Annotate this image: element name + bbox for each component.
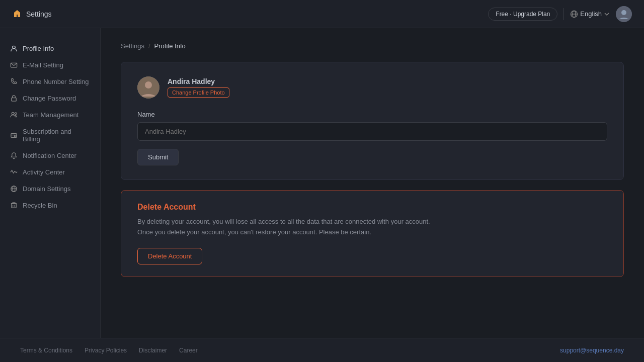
topbar-divider <box>564 8 564 20</box>
profile-header: Andira Hadley Change Profile Photo <box>137 76 607 99</box>
lock-icon <box>10 95 18 102</box>
sidebar-spacer <box>0 214 100 334</box>
upgrade-button[interactable]: Free · Upgrade Plan <box>488 8 557 21</box>
svg-point-20 <box>145 81 152 88</box>
sidebar-item-subscription-billing[interactable]: Subscription and Billing <box>0 123 100 147</box>
sidebar-label-recycle-bin: Recycle Bin <box>23 202 57 209</box>
sidebar-label-phone-setting: Phone Number Setting <box>23 78 89 85</box>
phone-icon <box>10 78 18 85</box>
delete-account-description: By deleting your account, you will lose … <box>137 217 434 238</box>
sidebar-label-profile-info: Profile Info <box>23 45 54 52</box>
sidebar-label-change-password: Change Password <box>23 95 76 102</box>
submit-button[interactable]: Submit <box>137 149 179 165</box>
sidebar-label-activity-center: Activity Center <box>23 168 65 176</box>
sidebar-item-domain-settings[interactable]: Domain Settings <box>0 180 100 197</box>
change-photo-button[interactable]: Change Profile Photo <box>168 87 229 98</box>
delete-account-button[interactable]: Delete Account <box>137 248 202 264</box>
language-selector[interactable]: English <box>570 10 610 18</box>
sidebar-item-phone-setting[interactable]: Phone Number Setting <box>0 73 100 90</box>
sidebar-item-activity-center[interactable]: Activity Center <box>0 164 100 180</box>
avatar-image <box>137 76 159 99</box>
breadcrumb-separator: / <box>148 42 150 50</box>
sidebar-item-change-password[interactable]: Change Password <box>0 90 100 107</box>
sidebar-label-team-management: Team Management <box>23 111 78 119</box>
profile-info-text: Andira Hadley Change Profile Photo <box>168 77 229 98</box>
sidebar-label-email-setting: E-Mail Setting <box>23 61 63 69</box>
billing-icon <box>10 132 18 139</box>
breadcrumb-current: Profile Info <box>154 42 186 50</box>
footer-link-disclaimer[interactable]: Disclaimer <box>139 347 167 354</box>
content-area: Settings / Profile Info Andira Hadl <box>101 28 644 362</box>
breadcrumb-settings[interactable]: Settings <box>121 42 144 50</box>
activity-icon <box>10 168 18 176</box>
user-avatar[interactable] <box>616 6 632 22</box>
users-icon <box>10 111 18 119</box>
footer-links: Terms & Conditions Privacy Policies Disc… <box>20 347 198 354</box>
sidebar-item-team-management[interactable]: Team Management <box>0 107 100 123</box>
topbar-right: Free · Upgrade Plan English <box>488 6 632 22</box>
avatar-svg <box>137 76 159 99</box>
footer-link-privacy[interactable]: Privacy Policies <box>85 347 127 354</box>
name-field-label: Name <box>137 111 607 118</box>
sidebar-label-domain-settings: Domain Settings <box>23 185 70 193</box>
sidebar-item-email-setting[interactable]: E-Mail Setting <box>0 57 100 73</box>
svg-rect-7 <box>12 98 16 102</box>
mail-icon <box>10 61 18 69</box>
domain-icon <box>10 185 18 193</box>
profile-avatar <box>137 76 159 99</box>
sidebar-item-recycle-bin[interactable]: Recycle Bin <box>0 197 100 214</box>
language-label: English <box>580 10 602 18</box>
topbar-title: Settings <box>26 10 52 18</box>
svg-point-8 <box>12 112 14 115</box>
sidebar-item-notification-center[interactable]: Notification Center <box>0 147 100 164</box>
user-icon <box>10 45 18 52</box>
topbar: Settings Free · Upgrade Plan English <box>0 0 644 28</box>
trash-icon <box>10 202 18 209</box>
profile-info-card: Andira Hadley Change Profile Photo Name … <box>121 62 624 180</box>
avatar-icon <box>616 6 632 22</box>
logo-icon <box>12 9 22 19</box>
delete-account-card: Delete Account By deleting your account,… <box>121 190 624 277</box>
globe-icon <box>570 10 578 18</box>
name-input[interactable] <box>137 122 607 141</box>
sidebar-label-subscription-billing: Subscription and Billing <box>23 128 90 143</box>
svg-point-4 <box>621 10 626 15</box>
footer: Terms & Conditions Privacy Policies Disc… <box>0 338 644 362</box>
breadcrumb: Settings / Profile Info <box>121 42 624 50</box>
footer-support-email[interactable]: support@sequence.day <box>560 347 624 354</box>
main-layout: Profile Info E-Mail Setting Phone Number… <box>0 28 644 362</box>
svg-point-9 <box>15 113 17 115</box>
sidebar: Profile Info E-Mail Setting Phone Number… <box>0 28 101 362</box>
profile-name: Andira Hadley <box>168 77 229 85</box>
svg-rect-16 <box>12 204 16 208</box>
footer-link-terms[interactable]: Terms & Conditions <box>20 347 72 354</box>
delete-account-title: Delete Account <box>137 203 607 212</box>
sidebar-item-profile-info[interactable]: Profile Info <box>0 40 100 57</box>
footer-link-career[interactable]: Career <box>179 347 198 354</box>
bell-icon <box>10 152 18 159</box>
chevron-down-icon <box>604 11 610 17</box>
sidebar-label-notification-center: Notification Center <box>23 152 76 159</box>
topbar-left: Settings <box>12 9 52 19</box>
